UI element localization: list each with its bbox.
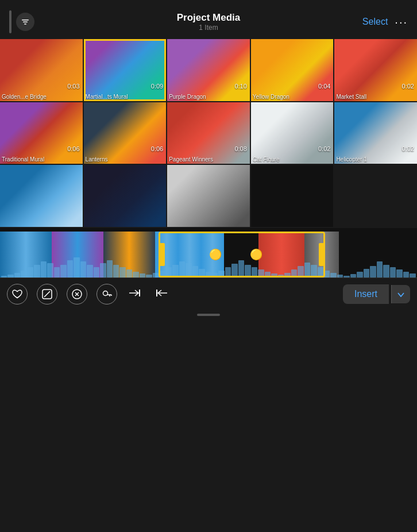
waveform-bar [34,265,40,277]
media-item-5[interactable]: 0:02Market Stall [334,39,417,101]
media-item-6[interactable]: 0:06Traditional Mural [0,102,83,164]
media-label-9: Cat Figure [253,156,332,163]
media-grid: 0:03Golden...e Bridge0:09Martial...ts Mu… [0,39,417,228]
header-title: Project Media [177,12,241,24]
media-thumb-10 [334,102,417,164]
waveform-bar [330,273,336,277]
media-thumb-13 [167,165,250,227]
media-thumb-12 [84,165,167,227]
waveform-bar [206,272,211,277]
media-item-11[interactable] [0,165,83,227]
arrow-to-left-icon [155,287,168,299]
timeline-strip[interactable]: 🟡 🟡 [0,232,417,277]
more-button[interactable]: ··· [395,16,408,29]
waveform-bar [390,267,396,277]
trim-start-button[interactable] [153,285,170,304]
svg-rect-1 [23,22,28,23]
waveform-bar [271,273,277,277]
media-item-1[interactable]: 0:03Golden...e Bridge [0,39,83,101]
media-label-6: Traditional Mural [2,156,81,163]
x-icon [72,289,82,299]
waveform-bar [179,261,185,277]
waveform-bar [377,261,383,277]
toolbar: Insert [0,277,417,310]
sidebar-handle[interactable] [9,10,11,33]
waveform-bar [192,266,198,277]
media-item-3[interactable]: 0:10Purple Dragon [167,39,250,101]
waveform-bar [119,267,125,277]
svg-point-8 [103,291,108,296]
waveform-bar [350,274,356,277]
waveform-bar [87,265,92,277]
waveform-bar [284,273,290,277]
media-thumb-2 [84,39,167,101]
media-item-8[interactable]: 0:08Pageant Winners [167,102,250,164]
toolbar-left [7,284,334,304]
key-button[interactable] [96,284,117,304]
chevron-down-icon [397,292,404,297]
waveform-bar [265,272,271,277]
media-label-1: Golden...e Bridge [2,94,81,100]
media-duration-4: 0:04 [318,83,330,90]
media-duration-6: 0:06 [67,145,79,152]
media-item-10[interactable]: 0:02Helicopter 1 [334,102,417,164]
waveform-bar [133,272,138,277]
media-duration-10: 0:02 [402,145,414,152]
media-item-13[interactable] [167,165,250,227]
waveform-bar [238,260,244,277]
arrow-to-right-icon [129,287,141,299]
waveform-bar [41,261,47,277]
slash-icon [42,289,52,299]
media-thumb-11 [0,165,83,227]
waveform-bar [199,269,204,277]
waveform-bar [383,265,389,277]
media-duration-1: 0:03 [67,83,79,90]
hide-button[interactable] [37,284,57,304]
media-label-5: Market Stall [336,94,415,100]
svg-rect-0 [22,20,29,21]
filter-icon [21,17,30,26]
waveform-bar [231,264,237,277]
media-thumb-5 [334,39,417,101]
bottom-indicator [0,310,417,319]
waveform-bar [54,267,60,277]
waveform-bar [357,272,362,277]
media-label-3: Purple Dragon [169,94,248,100]
waveform-bar [304,263,310,277]
waveform-bar [370,266,376,277]
media-label-10: Helicopter 1 [336,156,415,163]
waveform-bar [113,265,119,277]
media-item-9[interactable]: 0:02Cat Figure [251,102,334,164]
waveform-bar [126,269,132,277]
media-item-7[interactable]: 0:06Lanterns [84,102,167,164]
waveform-bar [47,263,53,277]
media-label-2: Martial...ts Mural [86,94,165,100]
filter-button[interactable] [16,13,34,31]
reject-button[interactable] [67,284,87,304]
media-item-14[interactable] [251,165,334,227]
media-duration-9: 0:02 [318,145,330,152]
waveform-bar [218,271,224,277]
toolbar-right: Insert [343,284,410,304]
waveform-bar [14,273,20,277]
favorite-button[interactable] [7,284,28,304]
media-item-4[interactable]: 0:04Yellow Dragon [251,39,334,101]
insert-options-button[interactable] [391,285,410,303]
waveform-bar [94,267,99,277]
waveform-bar [410,273,415,277]
select-button[interactable]: Select [362,17,388,27]
media-duration-7: 0:06 [151,145,163,152]
media-thumb-3 [167,39,250,101]
media-item-12[interactable] [84,165,167,227]
key-icon [102,289,112,299]
insert-button[interactable]: Insert [343,284,389,304]
waveform-bar [364,269,369,277]
waveform-bar [1,276,7,277]
waveform-bar [146,275,152,277]
media-thumb-9 [251,102,334,164]
media-thumb-7 [84,102,167,164]
media-item-2[interactable]: 0:09Martial...ts Mural [84,39,167,101]
waveform-bar [396,269,402,277]
trim-end-button[interactable] [126,285,144,304]
timeline-section: 🟡 🟡 [0,228,417,277]
